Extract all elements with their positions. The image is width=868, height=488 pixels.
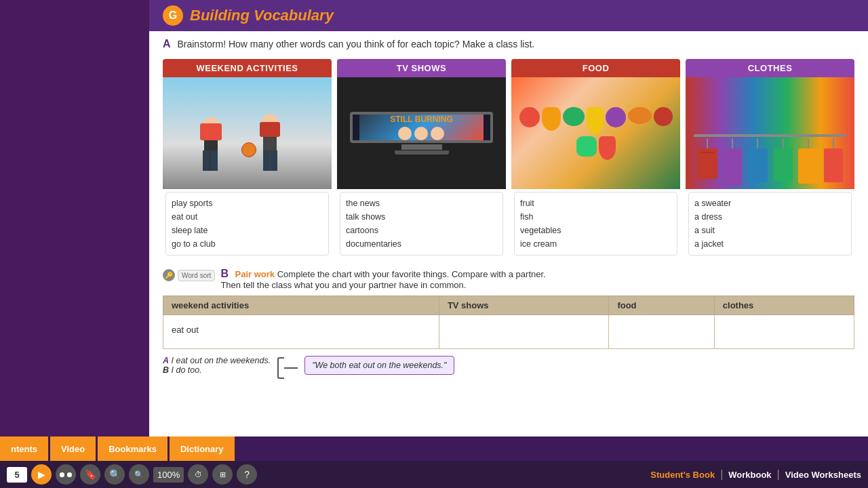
section-a-instruction: A Brainstorm! How many other words can y…: [163, 38, 854, 50]
tab-contents[interactable]: ntents: [0, 436, 48, 461]
zoom-out-button[interactable]: 🔍: [129, 464, 149, 485]
chart-cell-tv[interactable]: [439, 315, 609, 349]
layout-button[interactable]: ⊞: [212, 464, 233, 485]
word-item: a sweater: [694, 197, 846, 210]
section-b-text-2: Then tell the class what you and your pa…: [220, 280, 545, 290]
example-a: A I eat out on the weekends.: [163, 356, 271, 365]
toolbar-links: Student's Book | Workbook | Video Worksh…: [650, 468, 861, 481]
topic-words-tv: the news talk shows cartoons documentari…: [340, 192, 503, 256]
example-b-text: I do too.: [172, 365, 202, 375]
timer-button[interactable]: ⏱: [188, 464, 208, 485]
chart-row: eat out: [163, 315, 854, 349]
topic-header-weekend: WEEKEND ACTIVITIES: [163, 59, 332, 77]
word-sort-badge: Word sort: [178, 270, 215, 281]
word-item: ice cream: [520, 237, 671, 251]
word-item: a dress: [694, 210, 846, 224]
toolbar: 5 ▶ ⏺⏺ 🔖 🔍 🔍 100% ⏱ ⊞ ? Student's Book |…: [0, 461, 868, 488]
topic-image-weekend: [163, 77, 332, 189]
word-item: a jacket: [694, 237, 846, 251]
word-item: go to a club: [172, 237, 323, 251]
bookmark-button[interactable]: 🔖: [80, 464, 100, 485]
tab-bookmarks[interactable]: Bookmarks: [98, 436, 167, 461]
zoom-level: 100%: [153, 467, 184, 483]
bottom-tabs: ntents Video Bookmarks Dictionary: [0, 436, 868, 461]
record-button[interactable]: ⏺⏺: [56, 464, 76, 485]
chart-header-weekend: weekend activities: [163, 296, 439, 315]
chart-header-food: food: [609, 296, 714, 315]
topic-card-weekend: WEEKEND ACTIVITIES: [163, 59, 332, 258]
topic-card-tv: TV SHOWS STILL BURNING: [337, 59, 506, 258]
pair-work-label: Pair work: [235, 269, 275, 279]
sentence-result: "We both eat out on the weekends.": [304, 356, 454, 375]
topic-image-tv: STILL BURNING: [337, 77, 506, 189]
student-book-link[interactable]: Student's Book: [650, 470, 715, 480]
section-b-instruction-2: Then tell the class what you and your pa…: [220, 280, 466, 290]
topic-header-tv: TV SHOWS: [337, 59, 506, 77]
word-item: talk shows: [346, 210, 497, 224]
help-button[interactable]: ?: [237, 464, 257, 485]
word-item: documentaries: [346, 237, 497, 251]
section-b-letter: B: [220, 268, 229, 279]
word-item: vegetables: [520, 224, 671, 237]
section-a: A Brainstorm! How many other words can y…: [149, 31, 868, 54]
page-title: Building Vocabulary: [190, 7, 334, 24]
tab-video[interactable]: Video: [50, 436, 96, 461]
word-item: play sports: [172, 197, 323, 210]
topic-image-clothes: [686, 77, 854, 189]
topic-image-food: [511, 77, 680, 189]
example-a-text: I eat out on the weekends.: [172, 356, 271, 365]
topic-header-food: FOOD: [511, 59, 680, 77]
topic-card-clothes: CLOTHES: [686, 59, 854, 258]
section-b-text-1: B Pair work Complete the chart with your…: [220, 268, 545, 280]
chart-cell-weekend-text: eat out: [172, 325, 199, 335]
main-content: G Building Vocabulary A Brainstorm! How …: [149, 0, 868, 441]
word-item: a suit: [694, 224, 846, 237]
topic-header-clothes: CLOTHES: [686, 59, 854, 77]
chart-cell-food[interactable]: [609, 315, 714, 349]
word-item: eat out: [172, 210, 323, 224]
topic-words-weekend: play sports eat out sleep late go to a c…: [165, 192, 329, 256]
chart-cell-weekend[interactable]: eat out: [163, 315, 439, 349]
video-worksheets-link[interactable]: Video Worksheets: [785, 470, 861, 480]
header-bar: G Building Vocabulary: [149, 0, 868, 31]
topic-card-food: FOOD: [511, 59, 680, 258]
sentence-left: A I eat out on the weekends. B I do too.: [163, 356, 271, 375]
chart-header-clothes: clothes: [714, 296, 854, 315]
section-b-instruction-1: Complete the chart with your favorite th…: [277, 269, 546, 279]
chart-header-tv: TV shows: [439, 296, 609, 315]
left-sidebar: [0, 0, 149, 441]
section-b-header: 🔑 Word sort B Pair work Complete the cha…: [163, 268, 854, 290]
section-a-text: Brainstorm! How many other words can you…: [177, 39, 534, 49]
result-text: "We both eat out on the weekends.": [312, 361, 446, 370]
search-button[interactable]: 🔍: [104, 464, 125, 485]
page-number: 5: [7, 467, 27, 483]
topics-grid: WEEKEND ACTIVITIES: [149, 54, 868, 264]
section-b: 🔑 Word sort B Pair work Complete the cha…: [149, 264, 868, 383]
word-item: sleep late: [172, 224, 323, 237]
word-item: fruit: [520, 197, 671, 210]
word-item: cartoons: [346, 224, 497, 237]
chart-table: weekend activities TV shows food clothes…: [163, 296, 854, 349]
word-item: fish: [520, 210, 671, 224]
play-button[interactable]: ▶: [31, 464, 52, 485]
section-icon: G: [163, 5, 183, 26]
topic-words-clothes: a sweater a dress a suit a jacket: [688, 192, 852, 256]
chart-cell-clothes[interactable]: [714, 315, 854, 349]
tab-dictionary[interactable]: Dictionary: [170, 436, 235, 461]
section-a-letter: A: [163, 38, 171, 49]
workbook-link[interactable]: Workbook: [728, 470, 771, 480]
topic-words-food: fruit fish vegetables ice cream: [514, 192, 677, 256]
word-item: the news: [346, 197, 497, 210]
example-b: B I do too.: [163, 365, 271, 375]
example-sentences: A I eat out on the weekends. B I do too.…: [163, 356, 854, 379]
